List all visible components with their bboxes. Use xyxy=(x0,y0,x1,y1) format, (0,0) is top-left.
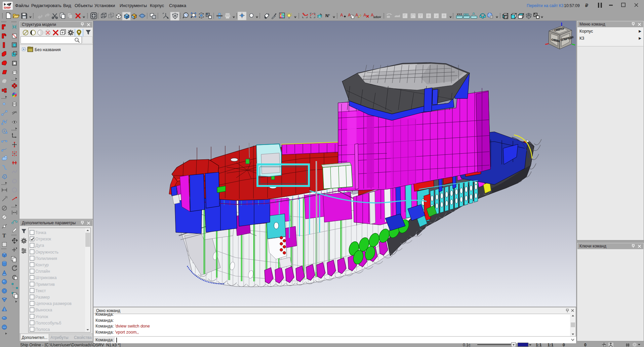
svg-text:o: o xyxy=(328,13,330,16)
svg-text:T: T xyxy=(2,233,6,238)
svg-text:Дуга: Дуга xyxy=(35,243,44,248)
svg-text:Полособульб: Полособульб xyxy=(35,321,61,325)
svg-text:Окружность: Окружность xyxy=(35,250,58,255)
svg-text:Текст: Текст xyxy=(35,288,46,293)
svg-text:A: A xyxy=(363,13,366,17)
svg-text:Отрезок: Отрезок xyxy=(35,237,51,241)
svg-text:N: N xyxy=(325,13,328,18)
svg-text:Штриховка: Штриховка xyxy=(35,275,57,280)
svg-text:info: info xyxy=(373,15,379,19)
svg-text:Размер: Размер xyxy=(35,295,50,300)
svg-text:A: A xyxy=(355,13,358,17)
svg-text:Полоса: Полоса xyxy=(35,327,50,332)
svg-text:Примитив: Примитив xyxy=(35,282,55,287)
svg-text:Без названия: Без названия xyxy=(35,47,61,52)
svg-text:Сплайн: Сплайн xyxy=(35,269,50,274)
svg-text:SHIP: SHIP xyxy=(4,6,11,9)
svg-text:A: A xyxy=(340,13,343,17)
svg-text:Полилиния: Полилиния xyxy=(35,256,57,261)
svg-text:Уголок: Уголок xyxy=(35,314,48,319)
svg-text:XYZ: XYZ xyxy=(457,13,462,16)
svg-text:Точка: Точка xyxy=(35,230,46,235)
svg-text:Контур: Контур xyxy=(35,263,49,267)
svg-text:Выноска: Выноска xyxy=(35,308,52,312)
svg-text:Цепочка размеров: Цепочка размеров xyxy=(35,301,72,306)
